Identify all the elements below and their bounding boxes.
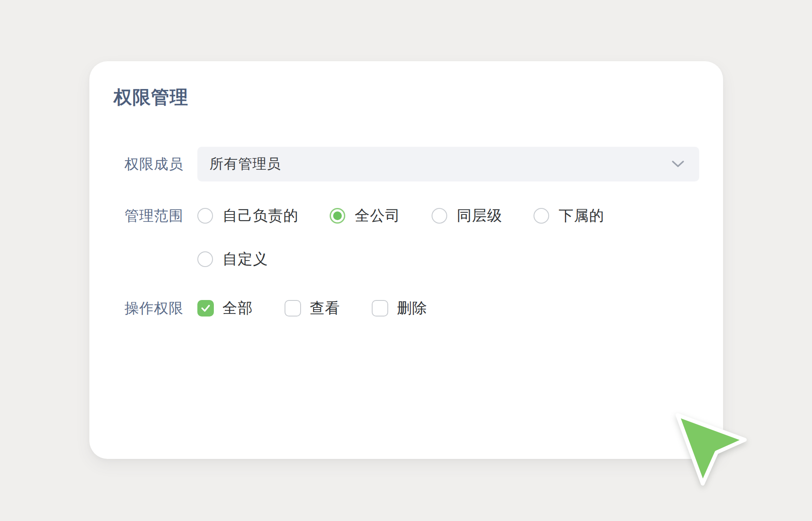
radio-option-custom[interactable]: 自定义 xyxy=(197,249,268,269)
radio-option-label: 全公司 xyxy=(355,206,400,226)
radio-option-same-level[interactable]: 同层级 xyxy=(432,206,502,226)
radio-circle-icon xyxy=(534,208,549,224)
scope-options-row-1: 自己负责的 全公司 同层级 下属的 xyxy=(197,208,604,224)
permission-settings-card: 权限管理 权限成员 所有管理员 管理范围 自己负责的 全公司 同层级 下属的 xyxy=(89,61,723,459)
checkbox-option-label: 全部 xyxy=(223,298,253,318)
member-select-value: 所有管理员 xyxy=(210,155,281,174)
actions-label: 操作权限 xyxy=(124,300,183,316)
checkbox-option-label: 删除 xyxy=(397,298,427,318)
radio-option-subordinates[interactable]: 下属的 xyxy=(534,206,604,226)
radio-option-own[interactable]: 自己负责的 xyxy=(197,206,298,226)
checkbox-unchecked-icon xyxy=(372,300,388,317)
radio-option-whole-company[interactable]: 全公司 xyxy=(330,206,400,226)
checkbox-option-delete[interactable]: 删除 xyxy=(372,298,427,318)
checkbox-option-view[interactable]: 查看 xyxy=(285,298,340,318)
page-title: 权限管理 xyxy=(114,87,188,107)
radio-circle-icon xyxy=(432,208,447,224)
actions-options-row: 全部 查看 删除 xyxy=(197,300,427,317)
radio-option-label: 自定义 xyxy=(223,249,268,269)
radio-circle-selected-icon xyxy=(330,208,345,224)
radio-option-label: 下属的 xyxy=(559,206,604,226)
radio-circle-icon xyxy=(197,208,213,224)
member-label: 权限成员 xyxy=(124,156,183,172)
member-select[interactable]: 所有管理员 xyxy=(197,147,699,181)
radio-option-label: 自己负责的 xyxy=(223,206,298,226)
checkbox-option-all[interactable]: 全部 xyxy=(197,298,253,318)
scope-label: 管理范围 xyxy=(124,208,183,224)
scope-options-row-2: 自定义 xyxy=(197,251,268,267)
checkbox-checked-icon xyxy=(197,300,214,317)
radio-option-label: 同层级 xyxy=(457,206,502,226)
radio-circle-icon xyxy=(197,251,213,267)
chevron-down-icon xyxy=(671,160,684,168)
checkbox-option-label: 查看 xyxy=(310,298,340,318)
checkbox-unchecked-icon xyxy=(285,300,301,317)
